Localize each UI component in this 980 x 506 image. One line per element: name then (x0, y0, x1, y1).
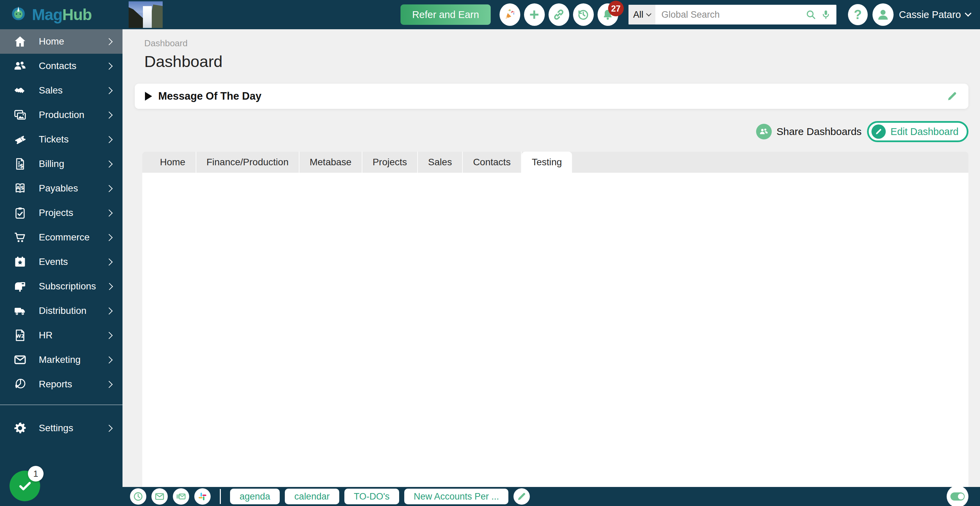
sidebar-item-label: Home (39, 36, 64, 47)
edit-toolbar-button[interactable] (514, 488, 530, 504)
quick-links-button[interactable] (549, 3, 569, 26)
microphone-icon[interactable] (820, 9, 832, 21)
message-of-the-day-panel[interactable]: Message Of The Day (135, 84, 969, 109)
tab-metabase[interactable]: Metabase (299, 152, 363, 173)
sidebar-item-home[interactable]: Home (0, 29, 123, 54)
toolbar-visibility-toggle[interactable] (947, 485, 969, 506)
user-name[interactable]: Cassie Pataro (899, 9, 961, 21)
sidebar-nav: Home Contacts Sales Production Tickets (0, 29, 123, 506)
sidebar-item-projects[interactable]: Projects (0, 201, 123, 225)
chevron-right-icon (106, 282, 113, 290)
sidebar-item-ecommerce[interactable]: Ecommerce (0, 225, 123, 250)
mail-button[interactable] (151, 488, 168, 504)
toggle-on-icon (950, 492, 965, 501)
recent-history-button[interactable] (573, 3, 594, 26)
sidebar-item-production[interactable]: Production (0, 103, 123, 127)
pencil-icon (516, 491, 527, 502)
motd-title: Message Of The Day (158, 90, 261, 102)
sidebar-item-label: Payables (39, 183, 78, 194)
chevron-down-icon (646, 11, 652, 16)
expand-caret-icon[interactable] (145, 92, 152, 101)
sidebar-item-distribution[interactable]: Distribution (0, 298, 123, 323)
sidebar-item-reports[interactable]: Reports (0, 372, 123, 397)
sidebar-item-tickets[interactable]: Tickets (0, 127, 123, 152)
notifications-button[interactable]: 27 (598, 3, 618, 26)
party-popper-icon (503, 8, 516, 21)
calendar-button[interactable]: calendar (285, 489, 339, 504)
search-scope-select[interactable]: All (628, 5, 655, 24)
toolbar-divider (220, 489, 221, 504)
avatar[interactable] (872, 3, 894, 26)
user-silhouette-icon (875, 7, 891, 22)
send-mail-button[interactable] (173, 488, 189, 504)
topbar: Refer and Earn 27 (123, 0, 980, 29)
slack-button[interactable] (194, 488, 211, 504)
sidebar-item-billing[interactable]: $ Billing (0, 152, 123, 176)
chevron-right-icon (105, 258, 113, 265)
agenda-button[interactable]: agenda (230, 489, 280, 504)
maghub-logo[interactable]: MagHub (0, 0, 123, 29)
whats-new-button[interactable] (500, 3, 520, 26)
sidebar-item-label: Billing (39, 159, 64, 169)
help-button[interactable]: ? (848, 4, 868, 25)
new-accounts-button[interactable]: New Accounts Per ... (404, 489, 509, 504)
home-icon (12, 34, 28, 49)
global-search-bar: All (628, 5, 837, 24)
tab-projects[interactable]: Projects (363, 152, 418, 173)
chevron-right-icon (105, 381, 113, 388)
search-icon[interactable] (805, 9, 817, 21)
sidebar-item-label: Events (39, 256, 68, 267)
svg-text:$: $ (21, 185, 24, 190)
sidebar-item-label: HR (39, 330, 52, 341)
sidebar-item-label: Marketing (39, 354, 81, 365)
sidebar-item-label: Tickets (39, 134, 69, 145)
chevron-right-icon (105, 185, 113, 192)
mailbox-icon (12, 279, 28, 293)
recent-items-button[interactable] (130, 488, 146, 504)
invoice-icon: $ (12, 157, 28, 171)
edit-dashboard-button[interactable]: Edit Dashboard (867, 121, 969, 142)
user-menu-chevron-icon[interactable] (965, 10, 972, 17)
sidebar-item-label: Distribution (39, 305, 86, 316)
sidebar-item-settings[interactable]: Settings (0, 416, 123, 440)
sidebar-item-label: Production (39, 109, 84, 121)
w2-document-icon: W2 (12, 328, 28, 343)
sidebar-item-payables[interactable]: A$ Payables (0, 176, 123, 201)
plus-icon (528, 8, 541, 21)
edit-motd-pencil-icon[interactable] (946, 90, 958, 102)
global-search-input[interactable] (655, 5, 805, 24)
tab-finance-production[interactable]: Finance/Production (196, 152, 299, 173)
content-area: Dashboard Dashboard Message Of The Day S… (123, 29, 980, 487)
edit-pencil-icon (872, 124, 886, 139)
sidebar-item-contacts[interactable]: Contacts (0, 54, 123, 78)
sidebar-divider (0, 404, 123, 405)
sidebar-item-hr[interactable]: W2 HR (0, 323, 123, 347)
refer-and-earn-button[interactable]: Refer and Earn (401, 5, 491, 25)
tasks-fab-button[interactable]: 1 (10, 471, 40, 501)
tab-sales[interactable]: Sales (418, 152, 463, 173)
sidebar-item-subscriptions[interactable]: Subscriptions (0, 274, 123, 298)
share-people-icon (756, 124, 772, 140)
tab-testing[interactable]: Testing (522, 152, 572, 173)
chevron-right-icon (105, 111, 113, 118)
todos-button[interactable]: TO-DO's (344, 489, 399, 504)
svg-text:$: $ (20, 163, 24, 169)
tab-home[interactable]: Home (150, 152, 196, 173)
sidebar-item-events[interactable]: Events (0, 250, 123, 274)
share-dashboards-button[interactable]: Share Dashboards (756, 124, 862, 140)
ledger-book-icon: A$ (12, 181, 28, 195)
clipboard-check-icon (12, 206, 28, 220)
sidebar-item-label: Settings (39, 423, 73, 433)
pie-chart-icon (12, 377, 28, 392)
slack-icon (197, 491, 208, 502)
main-area: Refer and Earn 27 (123, 0, 980, 506)
breadcrumb: Dashboard (144, 38, 969, 49)
chevron-right-icon (105, 136, 113, 143)
waterfall-thumbnail-image[interactable] (129, 2, 163, 28)
quick-add-button[interactable] (524, 3, 545, 26)
sidebar-item-marketing[interactable]: Marketing (0, 347, 123, 372)
link-icon (552, 8, 565, 21)
dashboard-tab-strip: Home Finance/Production Metabase Project… (142, 152, 969, 173)
tab-contacts[interactable]: Contacts (463, 152, 522, 173)
sidebar-item-sales[interactable]: Sales (0, 78, 123, 103)
